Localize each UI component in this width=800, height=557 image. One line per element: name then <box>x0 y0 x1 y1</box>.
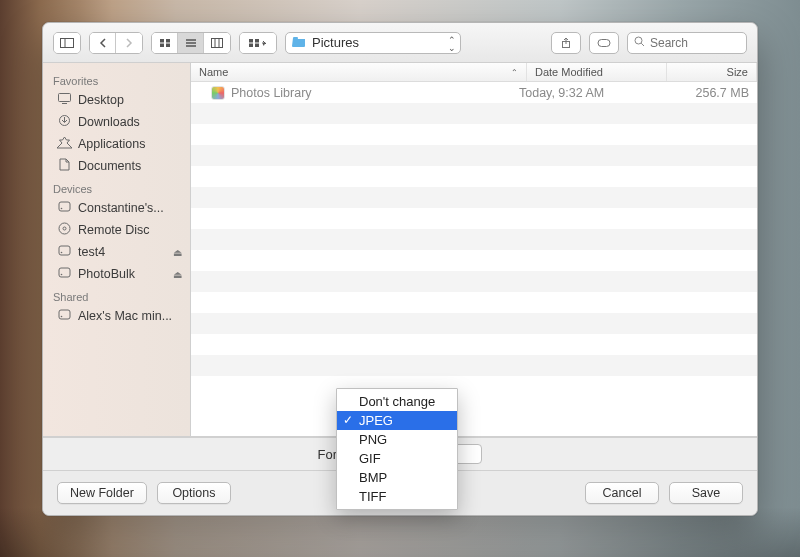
file-row <box>191 208 757 229</box>
sort-indicator-icon: ⌃ <box>511 68 518 77</box>
svg-rect-12 <box>249 39 253 43</box>
sidebar-item-label: Remote Disc <box>78 223 150 237</box>
file-row <box>191 229 757 250</box>
toolbar: ▾ Pictures ⌃⌄ <box>43 23 757 63</box>
column-name[interactable]: Name ⌃ <box>191 63 527 81</box>
svg-rect-31 <box>59 268 70 277</box>
sidebar-item[interactable]: Remote Disc <box>43 219 190 241</box>
file-row <box>191 103 757 124</box>
file-rows: Photos LibraryToday, 9:32 AM256.7 MB <box>191 82 757 436</box>
sidebar-item[interactable]: test4⏏ <box>43 241 190 263</box>
view-column-button[interactable] <box>204 33 230 53</box>
svg-point-32 <box>61 274 63 276</box>
sidebar-item[interactable]: PhotoBulk⏏ <box>43 263 190 285</box>
file-row <box>191 187 757 208</box>
sidebar-heading-devices: Devices <box>43 177 190 197</box>
file-row <box>191 334 757 355</box>
options-label: Options <box>172 486 215 500</box>
sidebar-item-label: test4 <box>78 245 105 259</box>
new-folder-label: New Folder <box>70 486 134 500</box>
search-input[interactable] <box>650 36 730 50</box>
file-row <box>191 313 757 334</box>
nav-back-forward <box>89 32 143 54</box>
back-button[interactable] <box>90 33 116 53</box>
ext-icon <box>57 266 72 282</box>
eject-icon[interactable]: ⏏ <box>173 269 182 280</box>
view-list-button[interactable] <box>178 33 204 53</box>
column-name-label: Name <box>199 66 228 78</box>
svg-point-30 <box>61 252 63 254</box>
sidebar-item[interactable]: Constantine's... <box>43 197 190 219</box>
svg-text:▾: ▾ <box>262 40 266 47</box>
sidebar-item-label: Constantine's... <box>78 201 164 215</box>
cancel-button[interactable]: Cancel <box>585 482 659 504</box>
file-size: 256.7 MB <box>659 86 749 100</box>
format-option[interactable]: TIFF <box>337 487 457 506</box>
sidebar-item-label: Downloads <box>78 115 140 129</box>
sidebar-item-label: Applications <box>78 137 145 151</box>
save-button[interactable]: Save <box>669 482 743 504</box>
svg-rect-17 <box>293 37 298 39</box>
svg-rect-19 <box>598 39 610 46</box>
forward-button[interactable] <box>116 33 142 53</box>
share-button[interactable] <box>551 32 581 54</box>
sidebar-item[interactable]: Applications <box>43 133 190 155</box>
sidebar-item-label: Alex's Mac min... <box>78 309 172 323</box>
chevron-updown-icon: ⌃⌄ <box>448 36 456 52</box>
svg-rect-3 <box>166 39 170 43</box>
sidebar-item-label: Desktop <box>78 93 124 107</box>
sidebar-toggle-group <box>53 32 81 54</box>
ext-icon <box>57 244 72 260</box>
svg-rect-14 <box>249 43 253 47</box>
applications-icon <box>57 136 72 152</box>
file-row <box>191 166 757 187</box>
file-row <box>191 250 757 271</box>
column-size[interactable]: Size <box>667 63 757 81</box>
file-row <box>191 355 757 376</box>
view-mode-group <box>151 32 231 54</box>
format-dropdown[interactable]: Don't changeJPEGPNGGIFBMPTIFF <box>336 388 458 510</box>
disc-icon <box>57 222 72 238</box>
sidebar-item[interactable]: Desktop <box>43 89 190 111</box>
group-by-button[interactable]: ▾ <box>240 33 276 53</box>
file-row <box>191 271 757 292</box>
sidebar-heading-favorites: Favorites <box>43 69 190 89</box>
tags-button[interactable] <box>589 32 619 54</box>
svg-point-26 <box>61 208 63 210</box>
sidebar-item[interactable]: Downloads <box>43 111 190 133</box>
sidebar-item-label: PhotoBulk <box>78 267 135 281</box>
sidebar: Favorites DesktopDownloadsApplicationsDo… <box>43 63 191 436</box>
disk-icon <box>57 308 72 324</box>
format-option[interactable]: GIF <box>337 449 457 468</box>
view-icon-button[interactable] <box>152 33 178 53</box>
svg-rect-5 <box>166 43 170 47</box>
path-popup[interactable]: Pictures ⌃⌄ <box>285 32 461 54</box>
file-row[interactable]: Photos LibraryToday, 9:32 AM256.7 MB <box>191 82 757 103</box>
file-row <box>191 292 757 313</box>
column-date[interactable]: Date Modified <box>527 63 667 81</box>
sidebar-item[interactable]: Documents <box>43 155 190 177</box>
format-option[interactable]: Don't change <box>337 392 457 411</box>
svg-rect-33 <box>59 310 70 319</box>
photos-library-icon <box>211 86 225 100</box>
file-date: Today, 9:32 AM <box>519 86 659 100</box>
svg-point-28 <box>63 227 66 230</box>
eject-icon[interactable]: ⏏ <box>173 247 182 258</box>
sidebar-toggle-button[interactable] <box>54 33 80 53</box>
folder-icon <box>292 35 306 50</box>
svg-point-27 <box>59 223 70 234</box>
file-row <box>191 145 757 166</box>
sidebar-heading-shared: Shared <box>43 285 190 305</box>
file-list-area: Name ⌃ Date Modified Size Photos Library… <box>191 63 757 436</box>
sidebar-item-label: Documents <box>78 159 141 173</box>
options-button[interactable]: Options <box>157 482 231 504</box>
search-field[interactable] <box>627 32 747 54</box>
cancel-label: Cancel <box>603 486 642 500</box>
sidebar-item[interactable]: Alex's Mac min... <box>43 305 190 327</box>
format-option[interactable]: BMP <box>337 468 457 487</box>
new-folder-button[interactable]: New Folder <box>57 482 147 504</box>
format-option[interactable]: PNG <box>337 430 457 449</box>
svg-rect-29 <box>59 246 70 255</box>
documents-icon <box>57 158 72 174</box>
format-option[interactable]: JPEG <box>337 411 457 430</box>
